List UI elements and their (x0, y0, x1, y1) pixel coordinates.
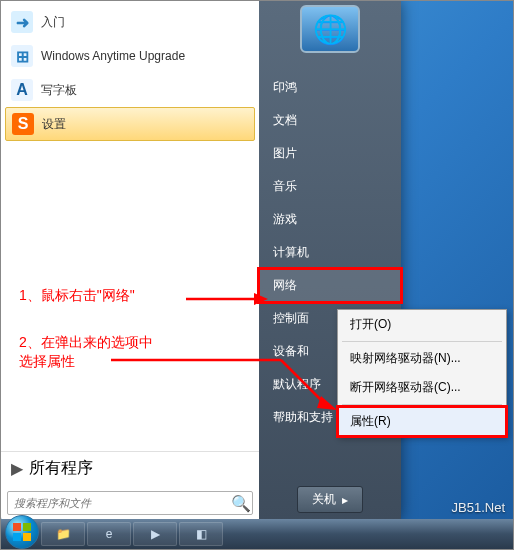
network-globe-icon: 🌐 (300, 5, 360, 53)
program-item[interactable]: S设置 (5, 107, 255, 141)
taskbar-item-media[interactable]: ▶ (133, 522, 177, 546)
search-row: 🔍 (1, 485, 259, 521)
program-item[interactable]: ⊞Windows Anytime Upgrade (5, 39, 255, 73)
taskbar-item-explorer[interactable]: 📁 (41, 522, 85, 546)
search-input[interactable] (8, 497, 230, 509)
right-pane-item[interactable]: 计算机 (259, 236, 401, 269)
right-pane-item[interactable]: 文档 (259, 104, 401, 137)
search-box[interactable]: 🔍 (7, 491, 253, 515)
start-menu: ➜入门⊞Windows Anytime UpgradeA写字板S设置 ▶ 所有程… (1, 1, 401, 521)
program-label: 写字板 (41, 82, 77, 99)
context-menu-item[interactable]: 打开(O) (338, 310, 506, 339)
program-icon: A (11, 79, 33, 101)
chevron-right-icon: ▸ (342, 493, 348, 507)
menu-separator (342, 404, 502, 405)
taskbar: 📁 e ▶ ◧ (1, 519, 513, 549)
right-pane-item[interactable]: 游戏 (259, 203, 401, 236)
windows-logo-icon (12, 522, 32, 542)
context-menu: 打开(O)映射网络驱动器(N)...断开网络驱动器(C)...属性(R) (337, 309, 507, 437)
annotation-1: 1、鼠标右击"网络" (19, 287, 135, 305)
program-item[interactable]: ➜入门 (5, 5, 255, 39)
program-list: ➜入门⊞Windows Anytime UpgradeA写字板S设置 (1, 1, 259, 451)
program-label: Windows Anytime Upgrade (41, 49, 185, 63)
taskbar-item-app[interactable]: ◧ (179, 522, 223, 546)
program-icon: ➜ (11, 11, 33, 33)
context-menu-item[interactable]: 断开网络驱动器(C)... (338, 373, 506, 402)
program-icon: ⊞ (11, 45, 33, 67)
right-pane-item[interactable]: 网络 (259, 269, 401, 302)
program-label: 入门 (41, 14, 65, 31)
program-icon: S (12, 113, 34, 135)
program-label: 设置 (42, 116, 66, 133)
context-menu-item[interactable]: 映射网络驱动器(N)... (338, 344, 506, 373)
program-item[interactable]: A写字板 (5, 73, 255, 107)
right-pane-item[interactable]: 印鸿 (259, 71, 401, 104)
taskbar-item-ie[interactable]: e (87, 522, 131, 546)
svg-rect-7 (13, 533, 21, 541)
context-menu-item[interactable]: 属性(R) (338, 407, 506, 436)
shutdown-label: 关机 (312, 491, 336, 508)
shutdown-row: 关机 ▸ (259, 478, 401, 521)
start-menu-left-pane: ➜入门⊞Windows Anytime UpgradeA写字板S设置 ▶ 所有程… (1, 1, 259, 521)
svg-rect-6 (23, 523, 31, 531)
chevron-right-icon: ▶ (11, 459, 23, 478)
annotation-2: 2、在弹出来的选项中 选择属性 (19, 333, 153, 371)
start-menu-right-pane: 🌐 印鸿文档图片音乐游戏计算机网络控制面设备和默认程序帮助和支持 关机 ▸ (259, 1, 401, 521)
all-programs-button[interactable]: ▶ 所有程序 (1, 451, 259, 485)
start-button[interactable] (5, 515, 39, 549)
right-pane-item[interactable]: 图片 (259, 137, 401, 170)
svg-rect-8 (23, 533, 31, 541)
search-icon: 🔍 (230, 494, 252, 513)
avatar-zone: 🌐 (259, 1, 401, 69)
all-programs-label: 所有程序 (29, 458, 93, 479)
shutdown-button[interactable]: 关机 ▸ (297, 486, 363, 513)
menu-separator (342, 341, 502, 342)
right-pane-item[interactable]: 音乐 (259, 170, 401, 203)
svg-rect-5 (13, 523, 21, 531)
watermark: JB51.Net (452, 500, 505, 515)
